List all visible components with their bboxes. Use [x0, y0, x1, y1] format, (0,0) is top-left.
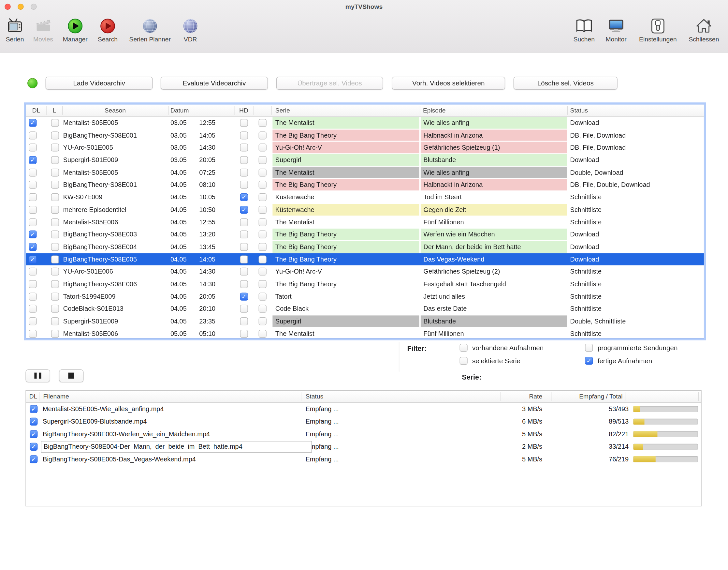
extra-checkbox[interactable] — [259, 144, 266, 152]
column-header-hd[interactable]: HD — [234, 105, 253, 116]
extra-checkbox[interactable] — [259, 206, 266, 214]
toolbar-item-schliessen[interactable]: Schliessen — [684, 16, 723, 43]
toolbar-item-serien[interactable]: Serien — [1, 16, 29, 43]
l-checkbox[interactable] — [51, 305, 59, 313]
episode-table-row[interactable]: BigBangTheory-S08E006 04.05 14:30 The Bi… — [26, 278, 704, 290]
column-header-status[interactable]: Status — [305, 391, 323, 402]
column-header-status[interactable]: Status — [570, 105, 588, 116]
column-header-datum[interactable]: Datum — [170, 105, 189, 116]
hd-checkbox[interactable] — [240, 144, 248, 152]
l-checkbox[interactable] — [51, 231, 59, 238]
hd-checkbox[interactable] — [240, 181, 248, 189]
l-checkbox[interactable] — [51, 156, 59, 164]
lade-videoarchiv-button[interactable]: Lade Videoarchiv — [46, 77, 153, 90]
dl-checkbox[interactable] — [29, 280, 36, 288]
episode-table-row[interactable]: CodeBlack-S01E013 04.05 20:10 Code Black… — [26, 303, 704, 315]
dl-checkbox[interactable] — [29, 206, 36, 214]
l-checkbox[interactable] — [51, 218, 59, 226]
dl-checkbox[interactable] — [29, 317, 36, 325]
extra-checkbox[interactable] — [259, 292, 266, 300]
download-table-row[interactable]: Empfang ... 6 MB/s 89/513 Supergirl-S01E… — [26, 415, 701, 428]
extra-checkbox[interactable] — [259, 268, 266, 276]
dl-checkbox[interactable] — [29, 218, 36, 226]
extra-checkbox[interactable] — [259, 156, 266, 164]
l-checkbox[interactable] — [51, 193, 59, 201]
toolbar-item-serien-planner[interactable]: Serien Planner — [124, 16, 176, 43]
hd-checkbox[interactable] — [240, 231, 248, 238]
dl-checkbox[interactable] — [29, 243, 36, 251]
download-table-row[interactable]: Empfang ... 5 MB/s 76/219 BigBangTheory-… — [26, 453, 701, 465]
column-header-filename[interactable]: Filename — [43, 391, 69, 402]
l-checkbox[interactable] — [51, 144, 59, 152]
episode-table-row[interactable]: Supergirl-S01E009 04.05 23:35 Supergirl … — [26, 315, 704, 327]
hd-checkbox[interactable] — [240, 268, 248, 276]
episode-table-row[interactable]: Mentalist-S05E006 04.05 12:55 The Mental… — [26, 216, 704, 228]
dl-checkbox[interactable] — [29, 193, 36, 201]
dl-checkbox[interactable] — [29, 131, 36, 139]
dl-checkbox[interactable] — [29, 119, 36, 127]
extra-checkbox[interactable] — [259, 181, 266, 189]
download-table-row[interactable]: Empfang ... 5 MB/s 82/221 BigBangTheory-… — [26, 428, 701, 440]
l-checkbox[interactable] — [51, 255, 59, 263]
toolbar-item-movies[interactable]: Movies — [29, 16, 57, 43]
episode-table-row[interactable]: BigBangTheory-S08E003 04.05 13:20 The Bi… — [26, 228, 704, 241]
episode-table-row[interactable]: Mentalist-S05E005 03.05 12:55 The Mental… — [26, 117, 704, 129]
hd-checkbox[interactable] — [240, 119, 248, 127]
dl-checkbox[interactable] — [30, 455, 37, 463]
uebertrage-sel-videos-button[interactable]: Übertrage sel. Videos — [276, 77, 383, 90]
l-checkbox[interactable] — [51, 119, 59, 127]
extra-checkbox[interactable] — [259, 193, 266, 201]
l-checkbox[interactable] — [51, 280, 59, 288]
evaluate-videoarchiv-button[interactable]: Evaluate Videoarchiv — [161, 77, 268, 90]
extra-checkbox[interactable] — [259, 231, 266, 238]
checkbox[interactable] — [460, 357, 467, 364]
episode-table-row[interactable]: KW-S07E009 04.05 10:05 Küstenwache Tod i… — [26, 191, 704, 204]
stop-button[interactable] — [59, 369, 84, 382]
dl-checkbox[interactable] — [29, 330, 36, 337]
hd-checkbox[interactable] — [240, 193, 248, 201]
checkbox[interactable] — [585, 357, 593, 364]
hd-checkbox[interactable] — [240, 218, 248, 226]
l-checkbox[interactable] — [51, 292, 59, 300]
episode-table-row[interactable]: BigBangTheory-S08E001 03.05 14:05 The Bi… — [26, 129, 704, 141]
extra-checkbox[interactable] — [259, 255, 266, 263]
dl-checkbox[interactable] — [29, 292, 36, 300]
hd-checkbox[interactable] — [240, 330, 248, 337]
toolbar-item-monitor[interactable]: Monitor — [600, 16, 633, 43]
column-header-dl[interactable]: DL — [26, 105, 47, 116]
dl-checkbox[interactable] — [29, 268, 36, 276]
dl-checkbox[interactable] — [30, 430, 37, 438]
extra-checkbox[interactable] — [259, 243, 266, 251]
episode-table-row[interactable]: Supergirl-S01E009 03.05 20:05 Supergirl … — [26, 154, 704, 166]
column-header-season[interactable]: Season — [62, 105, 168, 116]
hd-checkbox[interactable] — [240, 243, 248, 251]
toolbar-item-search[interactable]: Search — [92, 16, 124, 43]
extra-checkbox[interactable] — [259, 119, 266, 127]
episode-table-row[interactable]: Mentalist-S05E005 04.05 07:25 The Mental… — [26, 166, 704, 179]
download-table-row[interactable]: Empfang ... 2 MB/s 33/214 BigBangTheory-… — [26, 441, 701, 453]
l-checkbox[interactable] — [51, 243, 59, 251]
l-checkbox[interactable] — [51, 317, 59, 325]
dl-checkbox[interactable] — [29, 144, 36, 152]
episode-table-row[interactable]: BigBangTheory-S08E001 04.05 08:10 The Bi… — [26, 179, 704, 191]
column-header-rate[interactable]: Rate — [496, 391, 542, 402]
l-checkbox[interactable] — [51, 131, 59, 139]
episode-table-row[interactable]: Tatort-S1994E009 04.05 20:05 Tatort Jetz… — [26, 290, 704, 303]
dl-checkbox[interactable] — [29, 156, 36, 164]
loesche-sel-videos-button[interactable]: Lösche sel. Videos — [514, 77, 618, 90]
dl-checkbox[interactable] — [30, 405, 37, 413]
episode-table-row[interactable]: mehrere Episodentitel 04.05 10:50 Küsten… — [26, 204, 704, 216]
extra-checkbox[interactable] — [259, 131, 266, 139]
l-checkbox[interactable] — [51, 268, 59, 276]
column-header-l[interactable]: L — [46, 105, 62, 116]
checkbox[interactable] — [585, 344, 593, 351]
toolbar-item-suchen[interactable]: Suchen — [568, 16, 600, 43]
dl-checkbox[interactable] — [30, 418, 37, 425]
hd-checkbox[interactable] — [240, 206, 248, 214]
l-checkbox[interactable] — [51, 169, 59, 177]
extra-checkbox[interactable] — [259, 305, 266, 313]
dl-checkbox[interactable] — [30, 443, 37, 451]
l-checkbox[interactable] — [51, 330, 59, 337]
dl-checkbox[interactable] — [29, 305, 36, 313]
toolbar-item-manager[interactable]: Manager — [59, 16, 92, 43]
